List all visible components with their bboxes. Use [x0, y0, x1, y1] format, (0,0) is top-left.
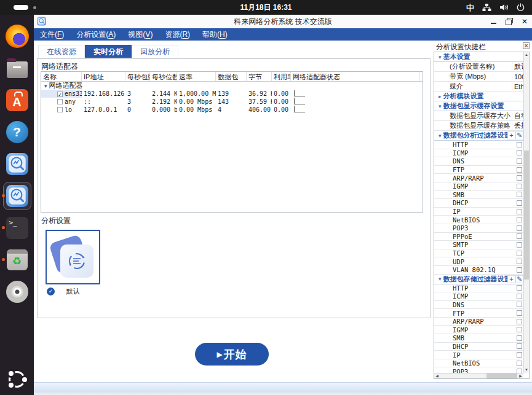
checkbox-unchecked[interactable] — [517, 200, 522, 206]
protocol-row-IP[interactable]: IP — [434, 351, 523, 359]
tab-回放分析[interactable]: 回放分析 — [132, 45, 178, 58]
column-header[interactable]: 网络适配器状态 — [291, 72, 420, 81]
sidebar-section-数据包分析过滤器设置[interactable]: ▾数据包分析过滤器设置+✎ — [434, 131, 523, 141]
sidebar-section-数据包显示缓存设置[interactable]: ▾数据包显示缓存设置 — [434, 101, 523, 111]
protocol-row-TCP[interactable]: TCP — [434, 249, 523, 258]
restore-icon[interactable] — [506, 18, 513, 25]
checkbox-unchecked[interactable] — [517, 184, 522, 189]
sidebar-vertical-scrollbar[interactable]: ▲ ▼ — [523, 52, 529, 373]
checkbox-unchecked[interactable] — [517, 327, 522, 332]
checkbox-unchecked[interactable] — [517, 242, 522, 248]
menu-item[interactable]: 帮助(H) — [196, 28, 234, 41]
input-method-indicator[interactable]: 中 — [466, 4, 474, 12]
terminal-icon[interactable]: >_ — [0, 212, 34, 244]
start-button[interactable]: ▶ 开始 — [195, 343, 269, 366]
checkbox-unchecked[interactable] — [517, 167, 522, 173]
menu-item[interactable]: 分析设置(A) — [70, 28, 122, 41]
menu-item[interactable]: 视图(V) — [122, 28, 159, 41]
expand-arrow-icon[interactable]: ▾ — [44, 83, 47, 89]
setting-value[interactable]: Ethe — [512, 83, 523, 90]
protocol-row-IGMP[interactable]: IGMP — [434, 326, 523, 334]
close-icon[interactable]: ✕ — [521, 18, 528, 25]
setting-row[interactable]: 带宽 (Mbps)1000 — [434, 72, 523, 82]
network-analyzer-active-icon[interactable] — [0, 180, 34, 212]
setting-value[interactable]: 默认 — [512, 62, 523, 71]
show-apps-icon[interactable] — [0, 363, 34, 395]
file-manager-icon[interactable] — [0, 52, 34, 84]
checkbox-unchecked[interactable] — [517, 225, 522, 231]
column-header[interactable]: 名称 — [41, 72, 82, 81]
protocol-row-IP[interactable]: IP — [434, 208, 523, 216]
checkbox-unchecked[interactable] — [517, 319, 522, 324]
protocol-row-SMB[interactable]: SMB — [434, 191, 523, 200]
protocol-row-DHCP[interactable]: DHCP — [434, 343, 523, 351]
adapter-name-cell[interactable]: lo — [41, 106, 82, 114]
protocol-row-ICMP[interactable]: ICMP — [434, 149, 523, 158]
sidebar-section-分析模块设置[interactable]: ▸分析模块设置 — [434, 92, 523, 101]
checkbox-unchecked[interactable] — [517, 233, 522, 239]
checkbox-unchecked[interactable] — [517, 285, 522, 291]
checkbox-unchecked[interactable] — [517, 267, 522, 273]
network-icon[interactable] — [482, 3, 491, 12]
protocol-row-UDP[interactable]: UDP — [434, 257, 523, 266]
add-filter-icon[interactable]: + — [507, 275, 515, 283]
sidebar-close-icon[interactable]: ✕ — [523, 42, 530, 49]
adapter-table-header[interactable]: 名称IP地址每秒包数每秒位数速率数据包字节利用率网络适配器状态 — [41, 72, 423, 82]
collapse-arrow-icon[interactable]: ▾ — [439, 103, 442, 109]
protocol-row-HTTP[interactable]: HTTP — [434, 141, 523, 149]
column-header[interactable]: 字节 — [247, 72, 272, 81]
protocol-row-ARP/RARP[interactable]: ARP/RARP — [434, 318, 523, 326]
collapse-arrow-icon[interactable]: ▾ — [439, 276, 442, 282]
setting-value[interactable]: 1000 — [512, 73, 523, 80]
minimize-icon[interactable] — [490, 18, 498, 25]
checkbox-unchecked[interactable] — [517, 310, 522, 316]
checkbox-unchecked[interactable] — [517, 343, 522, 349]
setting-row[interactable]: (分析设置名称)默认 — [434, 62, 523, 72]
scroll-right-icon[interactable]: ▶ — [518, 373, 523, 378]
add-filter-icon[interactable]: + — [507, 131, 515, 139]
trash-icon[interactable]: ♻ — [0, 244, 34, 276]
column-header[interactable]: 速率 — [177, 72, 216, 81]
checkbox-unchecked[interactable] — [517, 352, 522, 358]
disc-icon[interactable] — [0, 276, 34, 308]
firefox-icon[interactable] — [0, 20, 34, 52]
edit-filter-icon[interactable]: ✎ — [515, 275, 523, 283]
profile-card-default[interactable] — [46, 230, 100, 284]
tab-在线资源[interactable]: 在线资源 — [38, 45, 85, 58]
collapse-arrow-icon[interactable]: ▾ — [439, 133, 442, 139]
protocol-row-ICMP[interactable]: ICMP — [434, 292, 523, 301]
setting-row[interactable]: 媒介Ethe — [434, 82, 523, 92]
adapter-name-cell[interactable]: any — [41, 98, 82, 106]
checkbox-unchecked[interactable] — [517, 175, 522, 181]
protocol-row-HTTP[interactable]: HTTP — [434, 284, 523, 293]
column-header[interactable]: 利用率 — [272, 72, 291, 81]
tab-实时分析[interactable]: 实时分析 — [85, 45, 132, 58]
setting-row[interactable]: 数据包显示缓存大小自动 — [434, 111, 523, 121]
protocol-row-DNS[interactable]: DNS — [434, 301, 523, 310]
setting-value[interactable]: 自动 — [512, 111, 523, 120]
scroll-left-icon[interactable]: ◀ — [434, 373, 440, 378]
network-analyzer-icon[interactable] — [0, 148, 34, 180]
checkbox-unchecked[interactable] — [517, 142, 522, 147]
checkbox-unchecked[interactable] — [517, 150, 522, 155]
edit-filter-icon[interactable]: ✎ — [515, 131, 523, 139]
protocol-row-DHCP[interactable]: DHCP — [434, 199, 523, 208]
checkbox-unchecked[interactable] — [57, 99, 63, 104]
setting-value[interactable]: 丢掉 — [512, 121, 523, 130]
checkbox-unchecked[interactable] — [517, 251, 522, 256]
menu-item[interactable]: 资源(R) — [159, 28, 196, 41]
setting-row[interactable]: 数据包显示缓存策略丢掉 — [434, 121, 523, 131]
protocol-row-IGMP[interactable]: IGMP — [434, 182, 523, 191]
adapter-name-cell[interactable]: ✓ens33 — [41, 90, 82, 98]
power-icon[interactable] — [517, 3, 525, 12]
expand-arrow-icon[interactable]: ▸ — [439, 93, 442, 100]
protocol-row-POP3[interactable]: POP3 — [434, 224, 523, 233]
scrollbar-thumb[interactable] — [524, 151, 529, 280]
sidebar-section-数据包存储过滤器设置[interactable]: ▾数据包存储过滤器设置+✎ — [434, 275, 523, 284]
checkbox-unchecked[interactable] — [517, 294, 522, 299]
checkbox-unchecked[interactable] — [517, 158, 522, 164]
protocol-row-VLAN 802.1Q[interactable]: VLAN 802.1Q — [434, 266, 523, 275]
adapter-group-row[interactable]: ▾网络适配器 — [41, 82, 423, 90]
adapter-row[interactable]: any::32.192 K…0.00 Mbps14337.59 KB0.00 % — [41, 98, 423, 106]
protocol-row-SMB[interactable]: SMB — [434, 334, 523, 343]
